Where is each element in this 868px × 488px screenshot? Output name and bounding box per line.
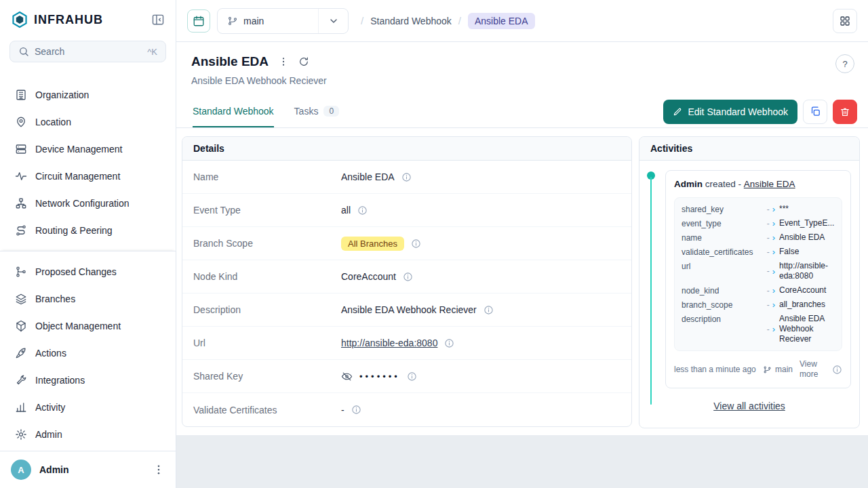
server-icon bbox=[15, 143, 27, 155]
info-icon[interactable] bbox=[403, 272, 413, 282]
change-dash: - bbox=[767, 219, 770, 228]
sidebar-item-label: Location bbox=[35, 117, 71, 127]
activity-changes: shared_key - › *** event_type - › Event_ bbox=[674, 197, 842, 351]
change-row: event_type - › Event_TypeE... bbox=[682, 216, 835, 230]
change-value: CoreAccount bbox=[779, 285, 835, 296]
delete-button[interactable] bbox=[833, 100, 857, 124]
trash-icon bbox=[840, 106, 850, 117]
route-icon bbox=[15, 224, 27, 237]
info-icon[interactable] bbox=[351, 405, 361, 415]
info-icon[interactable] bbox=[407, 371, 417, 382]
sidebar-item-proposed-changes[interactable]: Proposed Changes bbox=[9, 258, 166, 285]
time-travel-button[interactable] bbox=[187, 9, 210, 33]
view-all-activities-link[interactable]: View all activities bbox=[648, 401, 851, 411]
chevron-down-icon bbox=[328, 16, 339, 26]
change-value: Ansible EDA bbox=[779, 232, 835, 243]
sidebar-header: INFRAHUB bbox=[0, 0, 176, 38]
sidebar-item-object-management[interactable]: Object Management bbox=[9, 312, 166, 340]
info-icon[interactable] bbox=[832, 365, 842, 375]
refresh-icon[interactable] bbox=[298, 56, 309, 67]
branch-dropdown-toggle[interactable] bbox=[318, 9, 348, 33]
change-value: http://ansible-eda:8080 bbox=[779, 261, 835, 281]
sidebar-item-actions[interactable]: Actions bbox=[9, 340, 166, 367]
panels: Details Name Ansible EDA Event Type all bbox=[176, 128, 868, 435]
info-icon[interactable] bbox=[401, 172, 412, 182]
git-branch-icon bbox=[227, 16, 238, 26]
breadcrumb-separator: / bbox=[361, 15, 363, 26]
branch-selector[interactable]: main bbox=[217, 8, 349, 34]
tab-label: Standard Webhook bbox=[193, 106, 274, 117]
url-link[interactable]: http://ansible-eda:8080 bbox=[341, 338, 437, 348]
git-branch-icon bbox=[763, 365, 772, 374]
title-kebab-icon[interactable] bbox=[278, 56, 289, 67]
tasks-count-badge: 0 bbox=[323, 106, 339, 117]
help-button[interactable]: ? bbox=[835, 54, 854, 73]
logo[interactable]: INFRAHUB bbox=[11, 11, 151, 28]
sidebar-item-routing-peering[interactable]: Routing & Peering bbox=[9, 217, 166, 244]
change-dash: - bbox=[767, 233, 770, 243]
sidebar-item-label: Organization bbox=[35, 89, 89, 100]
change-value: Ansible EDA Webhook Reciever bbox=[779, 314, 835, 344]
sidebar-item-label: Actions bbox=[35, 348, 66, 359]
breadcrumb-item-current[interactable]: Ansible EDA bbox=[468, 13, 535, 29]
change-dash: - bbox=[767, 205, 770, 214]
sidebar-item-label: Admin bbox=[35, 429, 62, 440]
edit-button-label: Edit Standard Webhook bbox=[688, 106, 788, 117]
tab-standard-webhook[interactable]: Standard Webhook bbox=[193, 96, 274, 127]
info-icon[interactable] bbox=[357, 205, 368, 216]
search-input[interactable]: Search ^K bbox=[9, 41, 166, 62]
collapse-sidebar-icon[interactable] bbox=[151, 13, 165, 26]
view-more-link[interactable]: View more bbox=[800, 359, 825, 380]
sidebar-item-circuit-management[interactable]: Circuit Management bbox=[9, 163, 166, 190]
change-key: node_kind bbox=[682, 285, 764, 296]
detail-value: all bbox=[341, 205, 351, 216]
edit-standard-webhook-button[interactable]: Edit Standard Webhook bbox=[663, 100, 797, 124]
sidebar-item-location[interactable]: Location bbox=[9, 108, 166, 136]
sidebar-item-network-configuration[interactable]: Network Configuration bbox=[9, 190, 166, 217]
user-menu-kebab-icon[interactable] bbox=[153, 464, 165, 476]
sidebar-item-label: Integrations bbox=[35, 375, 85, 386]
eye-off-icon[interactable] bbox=[341, 371, 353, 382]
change-value: *** bbox=[779, 204, 835, 214]
sidebar-item-device-management[interactable]: Device Management bbox=[9, 136, 166, 163]
breadcrumb-item[interactable]: Standard Webhook bbox=[370, 16, 452, 26]
layers-icon bbox=[15, 293, 27, 305]
sidebar-user: A Admin bbox=[0, 451, 176, 488]
sidebar-item-branches[interactable]: Branches bbox=[9, 285, 166, 312]
activity-action: created - bbox=[705, 179, 741, 189]
activities-card: Activities Admin created - Ansible EDA bbox=[639, 136, 860, 428]
info-icon[interactable] bbox=[444, 338, 454, 348]
pencil-icon bbox=[673, 107, 682, 117]
bottom-gap bbox=[176, 435, 868, 488]
apps-button[interactable] bbox=[833, 9, 857, 33]
network-icon bbox=[15, 197, 27, 209]
detail-label: Shared Key bbox=[193, 371, 341, 382]
details-card-title: Details bbox=[182, 137, 631, 161]
avatar: A bbox=[11, 460, 31, 480]
app: INFRAHUB Search ^K Organization Location bbox=[0, 0, 868, 488]
sidebar-item-label: Routing & Peering bbox=[35, 225, 113, 236]
activity-actor: Admin bbox=[674, 179, 703, 189]
sidebar-item-activity[interactable]: Activity bbox=[9, 394, 166, 421]
change-key: shared_key bbox=[682, 204, 764, 214]
chevron-right-icon: › bbox=[772, 232, 775, 243]
activity-branch: main bbox=[763, 365, 793, 374]
sidebar-item-integrations[interactable]: Integrations bbox=[9, 367, 166, 394]
detail-row-name: Name Ansible EDA bbox=[182, 161, 631, 194]
info-icon[interactable] bbox=[484, 305, 494, 315]
tabs: Standard Webhook Tasks 0 Edit Standard W… bbox=[176, 96, 868, 128]
sidebar-item-organization[interactable]: Organization bbox=[9, 81, 166, 108]
main-area: main / Standard Webhook / Ansible EDA bbox=[176, 0, 868, 488]
grid-icon bbox=[839, 15, 851, 27]
clone-button[interactable] bbox=[803, 100, 827, 124]
activity-target-link[interactable]: Ansible EDA bbox=[744, 179, 795, 189]
masked-secret: ••••••• bbox=[359, 371, 400, 382]
chevron-right-icon: › bbox=[772, 324, 775, 334]
activity-timestamp: less than a minute ago bbox=[674, 365, 756, 375]
change-key: branch_scope bbox=[682, 300, 764, 310]
detail-row-url: Url http://ansible-eda:8080 bbox=[182, 327, 631, 360]
tab-tasks[interactable]: Tasks 0 bbox=[294, 96, 339, 127]
user-name: Admin bbox=[39, 464, 144, 475]
sidebar-item-admin[interactable]: Admin bbox=[9, 421, 166, 448]
info-icon[interactable] bbox=[411, 239, 421, 249]
